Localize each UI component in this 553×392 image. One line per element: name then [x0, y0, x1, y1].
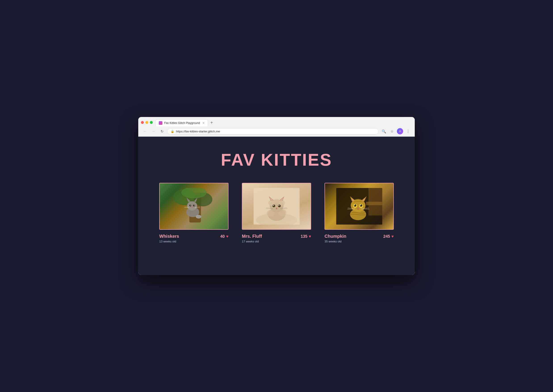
bookmark-button[interactable]: ☆	[389, 128, 395, 134]
heart-icon-whiskers: ♥	[226, 234, 228, 239]
heart-icon-mrs-fluff: ♥	[309, 234, 311, 239]
traffic-light-yellow[interactable]	[145, 121, 148, 124]
cat-card-whiskers: Whiskers 13 weeks old 40 ♥	[159, 183, 228, 243]
cat-info-chumpkin: Chumpkin 35 weeks old 245 ♥	[325, 234, 394, 243]
forward-button[interactable]: →	[150, 128, 156, 134]
svg-point-10	[190, 205, 191, 205]
address-bar[interactable]: 🔒 https://fav-kitties-starter.glitch.me	[167, 128, 379, 134]
cat-card-chumpkin: Chumpkin 35 weeks old 245 ♥	[325, 183, 394, 243]
svg-point-34	[278, 205, 279, 206]
cat-info-whiskers: Whiskers 13 weeks old 40 ♥	[159, 234, 228, 243]
page-title: FAV KITTIES	[221, 150, 332, 169]
cat-age-whiskers: 13 weeks old	[159, 240, 179, 243]
svg-point-33	[273, 205, 274, 206]
cat-name-mrs-fluff: Mrs. Fluff	[242, 234, 262, 239]
cat-card-mrs-fluff: Mrs. Fluff 17 weeks old 135 ♥	[242, 183, 311, 243]
active-tab[interactable]: Fav Kitties Glitch Playground ×	[156, 119, 208, 126]
svg-point-26	[272, 199, 281, 203]
vote-count-whiskers: 40	[220, 234, 225, 239]
page-content: FAV KITTIES	[138, 137, 415, 275]
menu-button[interactable]: ⋮	[405, 128, 411, 134]
new-tab-button[interactable]: +	[208, 119, 215, 126]
traffic-light-red[interactable]	[141, 121, 144, 124]
browser-window: Fav Kitties Glitch Playground × + ← → ↻ …	[138, 117, 415, 275]
url-text: https://fav-kitties-starter.glitch.me	[176, 130, 375, 133]
svg-point-52	[360, 204, 362, 206]
avatar[interactable]: A	[397, 128, 403, 134]
browser-chrome: Fav Kitties Glitch Playground × + ← → ↻ …	[138, 117, 415, 137]
traffic-lights	[141, 121, 153, 125]
svg-point-35	[276, 208, 277, 209]
cat-votes-chumpkin[interactable]: 245 ♥	[383, 234, 394, 239]
cat-image-whiskers	[159, 183, 228, 230]
cat-name-whiskers: Whiskers	[159, 234, 179, 239]
back-button[interactable]: ←	[142, 128, 148, 134]
svg-point-17	[196, 215, 201, 218]
cat-age-mrs-fluff: 17 weeks old	[242, 240, 262, 243]
cat-votes-whiskers[interactable]: 40 ♥	[220, 234, 228, 239]
cat-votes-mrs-fluff[interactable]: 135 ♥	[301, 234, 311, 239]
tab-favicon	[159, 121, 162, 125]
cat-image-mrs-fluff	[242, 183, 311, 230]
cat-image-chumpkin	[325, 183, 394, 230]
tabs-row: Fav Kitties Glitch Playground × +	[156, 119, 412, 126]
lock-icon: 🔒	[171, 130, 174, 133]
svg-point-12	[191, 207, 192, 207]
reload-button[interactable]: ↻	[159, 128, 165, 134]
svg-point-54	[360, 204, 361, 205]
heart-icon-chumpkin: ♥	[391, 234, 394, 239]
tab-title: Fav Kitties Glitch Playground	[164, 121, 200, 125]
tab-close-button[interactable]: ×	[203, 121, 205, 125]
cats-grid: Whiskers 13 weeks old 40 ♥	[159, 183, 394, 243]
svg-point-31	[272, 204, 275, 207]
cat-age-chumpkin: 35 weeks old	[325, 240, 346, 243]
vote-count-mrs-fluff: 135	[301, 234, 307, 239]
vote-count-chumpkin: 245	[383, 234, 390, 239]
svg-rect-42	[366, 202, 382, 205]
cat-info-mrs-fluff: Mrs. Fluff 17 weeks old 135 ♥	[242, 234, 311, 243]
traffic-light-green[interactable]	[150, 121, 153, 124]
cat-name-age-chumpkin: Chumpkin 35 weeks old	[325, 234, 346, 243]
svg-point-51	[354, 204, 356, 206]
svg-point-11	[194, 205, 194, 205]
cat-name-chumpkin: Chumpkin	[325, 234, 346, 239]
search-button[interactable]: 🔍	[381, 128, 387, 134]
svg-point-5	[187, 201, 197, 210]
svg-point-55	[357, 208, 359, 209]
svg-point-53	[354, 204, 355, 205]
cat-name-age-mrs-fluff: Mrs. Fluff 17 weeks old	[242, 234, 262, 243]
chrome-actions: 🔍 ☆ A ⋮	[381, 128, 411, 134]
address-bar-row: ← → ↻ 🔒 https://fav-kitties-starter.glit…	[141, 128, 412, 137]
svg-point-32	[278, 204, 281, 207]
cat-name-age-whiskers: Whiskers 13 weeks old	[159, 234, 179, 243]
